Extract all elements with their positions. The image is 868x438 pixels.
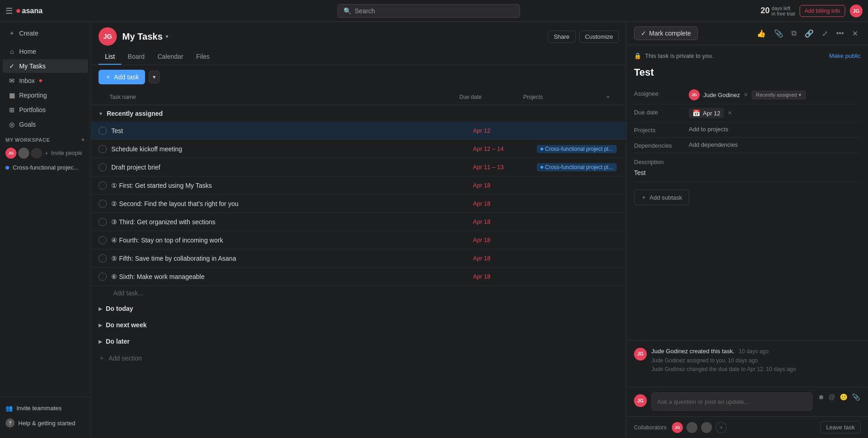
help-circle-icon: ? [5,418,15,428]
col-header-add[interactable]: ＋ [605,93,619,101]
table-row[interactable]: Test Apr 12 [91,122,626,140]
section-recently-assigned[interactable]: ▼ Recently assigned [91,105,626,122]
like-button[interactable]: 👍 [754,27,769,40]
leave-task-button[interactable]: Leave task [820,421,861,433]
user-avatar[interactable]: JG [850,5,863,17]
table-row[interactable]: ⑤ Fifth: Save time by collaborating in A… [91,249,626,268]
sidebar-item-portfolios[interactable]: ⊞ Portfolios [3,103,88,117]
add-to-projects-button[interactable]: Add to projects [689,126,728,133]
sidebar-item-home[interactable]: ⌂ Home [3,45,88,58]
task-check-4[interactable] [99,236,107,244]
task-detail-title[interactable]: Test [634,67,861,78]
sidebar-item-my-tasks[interactable]: ✓ My Tasks [3,59,88,73]
emoji-button[interactable]: 🙂 [839,392,848,402]
sidebar-item-goals[interactable]: ◎ Goals [3,118,88,131]
description-section: Description Test [634,153,861,182]
close-panel-button[interactable]: ✕ [849,27,861,40]
mention-button[interactable]: @ [828,392,836,402]
link-button[interactable]: 🔗 [802,27,816,40]
section-do-later[interactable]: ▶ Do later [91,333,626,350]
task-check-1[interactable] [99,181,107,190]
comment-placeholder: Ask a question or post an update... [657,398,749,405]
add-subtask-label: Add subtask [650,194,682,201]
workspace-avatar-3 [31,148,42,159]
share-button[interactable]: Share [548,31,576,43]
section-collapse-today-icon: ▶ [99,306,102,311]
task-check-3[interactable] [99,218,107,226]
project-tag-label: Cross-functional project pl... [545,146,613,152]
add-task-plus-icon: ＋ [105,73,111,81]
workspace-add-icon[interactable]: ＋ [80,136,86,143]
more-button[interactable]: ••• [833,27,847,39]
sidebar-project-cross-functional[interactable]: Cross-functional projec... [0,161,91,174]
table-row[interactable]: ② Second: Find the layout that's right f… [91,195,626,213]
task-check-6[interactable] [99,273,107,281]
sidebar-item-inbox[interactable]: ✉ Inbox [3,74,88,88]
invite-people-button[interactable]: ＋ Invite people [44,149,82,158]
sidebar-create-button[interactable]: ＋ Create [3,26,88,41]
table-row[interactable]: Schedule kickoff meeting Apr 12 – 14 Cro… [91,140,626,158]
copy-button[interactable]: ⧉ [789,27,799,39]
attachment-button[interactable]: 📎 [771,27,786,40]
add-dependencies-button[interactable]: Add dependencies [689,141,738,148]
assignee-label: Assignee [634,89,689,97]
task-check-2[interactable] [99,200,107,208]
attachment-comment-button[interactable]: 📎 [851,392,861,402]
invite-teammates-button[interactable]: 👥 Invite teammates [0,401,91,415]
add-task-dropdown[interactable]: ▾ [149,71,160,83]
task-list-panel: JG My Tasks ▾ Share Customize List Board… [91,22,626,438]
date-chip[interactable]: 📅 Apr 12 [689,108,724,118]
recently-assigned-chevron: ▾ [799,92,801,98]
collab-avatar-jg: JG [672,422,683,433]
task-check-test[interactable] [99,127,107,135]
activity-item: JG Jude Godinez created this task. 10 da… [634,348,861,374]
recently-assigned-badge[interactable]: Recently assigned ▾ [752,91,806,99]
table-row[interactable]: ④ Fourth: Stay on top of incoming work A… [91,231,626,249]
section-recently-assigned-label: Recently assigned [107,110,163,117]
add-billing-button[interactable]: Add billing info [800,5,845,17]
record-button[interactable]: ⏺ [817,392,825,402]
add-section-button[interactable]: ＋ Add section [91,350,626,367]
task-name-2: ② Second: Find the layout that's right f… [111,200,473,207]
invite-people-label: Invite people [51,150,82,156]
add-task-button[interactable]: ＋ Add task [99,70,145,84]
task-check-5[interactable] [99,254,107,263]
tab-files[interactable]: Files [190,49,216,65]
hamburger-icon[interactable]: ☰ [5,6,13,16]
table-row[interactable]: ③ Third: Get organized with sections Apr… [91,213,626,231]
mark-complete-button[interactable]: ✓ Mark complete [634,26,698,40]
help-button[interactable]: ? Help & getting started [0,415,91,431]
make-public-button[interactable]: Make public [829,52,861,59]
tab-calendar[interactable]: Calendar [151,49,190,65]
expand-button[interactable]: ⤢ [819,27,831,40]
section-do-today[interactable]: ▶ Do today [91,300,626,317]
remove-assignee-button[interactable]: ✕ [743,92,748,98]
add-task-row[interactable]: Add task... [91,286,626,300]
task-project-kickoff: Cross-functional project pl... [537,144,619,153]
remove-date-button[interactable]: ✕ [728,110,732,116]
dependencies-label: Dependencies [634,141,689,149]
task-due-kickoff: Apr 12 – 14 [473,145,537,152]
tab-board[interactable]: Board [121,49,151,65]
sidebar-item-reporting[interactable]: ▦ Reporting [3,88,88,102]
task-check-kickoff[interactable] [99,145,107,153]
project-dot [541,148,543,150]
search-bar[interactable]: 🔍 Search [338,4,520,18]
collab-add-button[interactable]: ＋ [716,422,727,433]
comment-input[interactable]: Ask a question or post an update... [651,392,812,411]
table-row[interactable]: ⑥ Sixth: Make work manageable Apr 18 [91,268,626,286]
projects-label: Projects [634,126,689,134]
table-row[interactable]: Draft project brief Apr 11 – 13 Cross-fu… [91,158,626,176]
section-do-next-week[interactable]: ▶ Do next week [91,317,626,333]
sidebar-project-label: Cross-functional projec... [13,164,78,171]
assignee-name: Jude Godinez [703,92,740,98]
activity-sub: Jude Godinez assigned to you. 10 days ag… [651,356,796,374]
tab-list[interactable]: List [99,49,121,65]
customize-button[interactable]: Customize [579,31,619,43]
my-tasks-chevron-icon[interactable]: ▾ [166,33,168,40]
add-subtask-button[interactable]: ＋ Add subtask [634,190,689,205]
invite-teammates-label: Invite teammates [16,405,62,412]
description-text[interactable]: Test [634,169,861,176]
task-check-brief[interactable] [99,163,107,171]
table-row[interactable]: ① First: Get started using My Tasks Apr … [91,176,626,195]
